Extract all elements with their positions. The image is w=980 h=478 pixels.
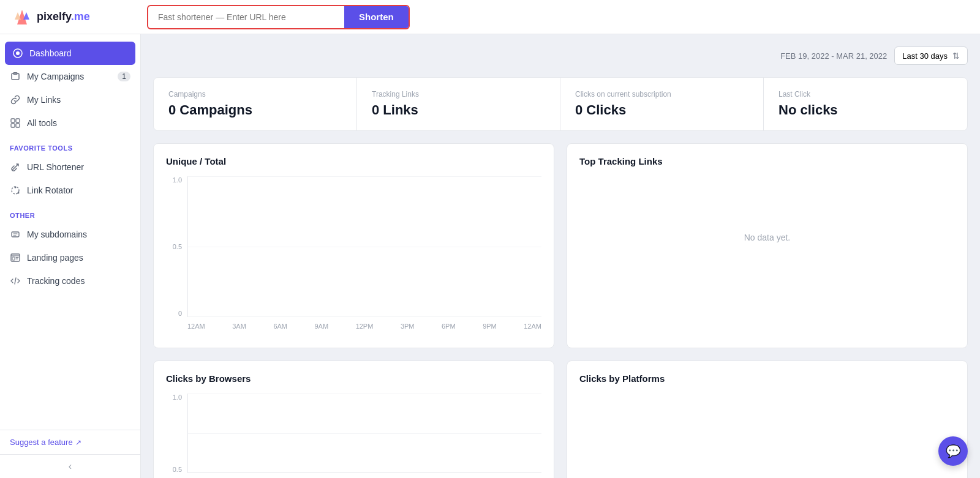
- shorten-button[interactable]: Shorten: [344, 5, 409, 29]
- svg-point-12: [15, 187, 17, 189]
- svg-point-13: [18, 192, 20, 194]
- sidebar-item-campaigns[interactable]: My Campaigns 1: [0, 65, 140, 88]
- top-header: pixelfy.me Shorten: [0, 0, 980, 34]
- stat-campaigns-label: Campaigns: [168, 90, 342, 99]
- stat-campaigns-value: 0 Campaigns: [168, 102, 342, 118]
- unique-total-chart-container: 1.0 0.5 0 12AM 3AM 6AM: [166, 176, 541, 335]
- sidebar-collapse-button[interactable]: ‹: [0, 454, 140, 478]
- links-icon: [10, 94, 21, 105]
- x-label-12pm: 12PM: [356, 323, 374, 330]
- stat-last-click: Last Click No clicks: [764, 78, 967, 130]
- x-label-3am: 3AM: [232, 323, 246, 330]
- date-selector-label: Last 30 days: [902, 51, 948, 61]
- sidebar-item-link-rotator[interactable]: Link Rotator: [0, 179, 140, 202]
- unique-total-chart-card: Unique / Total 1.0 0.5 0: [153, 143, 554, 348]
- chart-plot-area: [187, 176, 541, 317]
- y-label-05: 0.5: [173, 243, 184, 250]
- stat-campaigns: Campaigns 0 Campaigns: [154, 78, 357, 130]
- date-range-text: FEB 19, 2022 - MAR 21, 2022: [780, 51, 887, 61]
- clicks-by-browsers-card: Clicks by Browsers 1.0 0.5: [153, 360, 554, 478]
- external-link-icon: ↗: [75, 438, 81, 447]
- all-tools-label: All tools: [27, 118, 57, 128]
- url-shortener-label: URL Shortener: [27, 162, 84, 172]
- x-label-6am: 6AM: [273, 323, 287, 330]
- url-shortener-bar: Shorten: [147, 5, 410, 29]
- browsers-grid-mid: [188, 433, 541, 434]
- sidebar-item-dashboard[interactable]: Dashboard: [5, 42, 135, 65]
- grid-line-mid: [188, 247, 541, 247]
- svg-rect-10: [16, 124, 20, 127]
- stats-row: Campaigns 0 Campaigns Tracking Links 0 L…: [153, 77, 968, 131]
- stat-last-click-value: No clicks: [778, 102, 952, 118]
- y-label-0: 0: [178, 310, 184, 317]
- content-area: FEB 19, 2022 - MAR 21, 2022 Last 30 days…: [141, 34, 980, 478]
- stat-clicks-value: 0 Clicks: [575, 102, 748, 118]
- campaigns-badge: 1: [118, 72, 130, 81]
- chevron-left-icon: ‹: [69, 461, 72, 472]
- sidebar-nav: Dashboard My Campaigns 1: [0, 34, 140, 430]
- url-shortener-icon: [10, 162, 21, 173]
- grid-line-top: [188, 176, 541, 177]
- sidebar-item-subdomains[interactable]: My subdomains: [0, 223, 140, 246]
- x-label-12am-start: 12AM: [187, 323, 205, 330]
- stat-links-value: 0 Links: [372, 102, 545, 118]
- dashboard-icon: [12, 48, 23, 59]
- all-tools-icon: [10, 118, 21, 129]
- sidebar: Dashboard My Campaigns 1: [0, 34, 141, 478]
- chat-icon: 💬: [946, 444, 961, 458]
- content-header: FEB 19, 2022 - MAR 21, 2022 Last 30 days…: [153, 47, 968, 65]
- url-input[interactable]: [148, 12, 344, 22]
- campaigns-label: My Campaigns: [27, 72, 84, 81]
- clicks-by-platforms-card: Clicks by Platforms: [567, 360, 968, 478]
- svg-rect-7: [11, 119, 15, 122]
- other-section-label: OTHER: [0, 202, 140, 223]
- y-axis: 1.0 0.5 0: [166, 176, 184, 317]
- sidebar-item-url-shortener[interactable]: URL Shortener: [0, 155, 140, 179]
- browsers-y-1: 1.0: [173, 394, 184, 401]
- tracking-codes-label: Tracking codes: [27, 276, 85, 286]
- browsers-chart-container: 1.0 0.5: [166, 394, 541, 478]
- campaigns-icon: [10, 71, 21, 82]
- x-label-9am: 9AM: [315, 323, 329, 330]
- sidebar-item-tracking-codes[interactable]: Tracking codes: [0, 269, 140, 293]
- svg-rect-8: [16, 119, 20, 122]
- chevron-up-down-icon: ⇅: [952, 51, 960, 61]
- sidebar-footer: Suggest a feature ↗: [0, 430, 140, 454]
- top-tracking-links-title: Top Tracking Links: [579, 156, 955, 166]
- landing-pages-label: Landing pages: [27, 253, 83, 263]
- x-axis: 12AM 3AM 6AM 9AM 12PM 3PM 6PM 9PM 12AM: [187, 317, 541, 335]
- browsers-grid-top: [188, 394, 541, 394]
- date-range-selector[interactable]: Last 30 days ⇅: [894, 47, 968, 65]
- sidebar-item-landing-pages[interactable]: Landing pages: [0, 246, 140, 269]
- x-label-6pm: 6PM: [442, 323, 456, 330]
- chat-bubble-button[interactable]: 💬: [938, 436, 968, 466]
- sidebar-item-all-tools[interactable]: All tools: [0, 111, 140, 135]
- link-rotator-label: Link Rotator: [27, 185, 73, 195]
- y-label-1: 1.0: [173, 176, 184, 184]
- unique-total-chart-title: Unique / Total: [166, 156, 541, 166]
- subdomains-label: My subdomains: [27, 230, 87, 239]
- browsers-plot: [187, 394, 541, 473]
- bottom-charts: Clicks by Browsers 1.0 0.5 Clicks by Pla…: [153, 360, 968, 478]
- suggest-feature-label: Suggest a feature: [10, 438, 73, 447]
- stat-last-click-label: Last Click: [778, 90, 952, 99]
- x-label-3pm: 3PM: [401, 323, 415, 330]
- stat-clicks-label: Clicks on current subscription: [575, 90, 748, 99]
- logo-text: pixelfy.me: [37, 10, 90, 23]
- browsers-y-axis: 1.0 0.5: [166, 394, 184, 473]
- suggest-feature-link[interactable]: Suggest a feature ↗: [10, 438, 130, 447]
- stat-links: Tracking Links 0 Links: [357, 78, 560, 130]
- charts-grid: Unique / Total 1.0 0.5 0: [153, 143, 968, 348]
- stat-clicks: Clicks on current subscription 0 Clicks: [560, 78, 764, 130]
- favorite-tools-section-label: FAVORITE TOOLS: [0, 135, 140, 155]
- tracking-codes-icon: [10, 275, 21, 286]
- stat-links-label: Tracking Links: [372, 90, 545, 99]
- svg-rect-16: [12, 257, 15, 260]
- links-label: My Links: [27, 95, 61, 105]
- logo-icon: [12, 7, 32, 27]
- sidebar-item-links[interactable]: My Links: [0, 88, 140, 111]
- link-rotator-icon: [10, 185, 21, 196]
- main-layout: Dashboard My Campaigns 1: [0, 34, 980, 478]
- subdomains-icon: [10, 229, 21, 240]
- svg-marker-2: [23, 12, 29, 20]
